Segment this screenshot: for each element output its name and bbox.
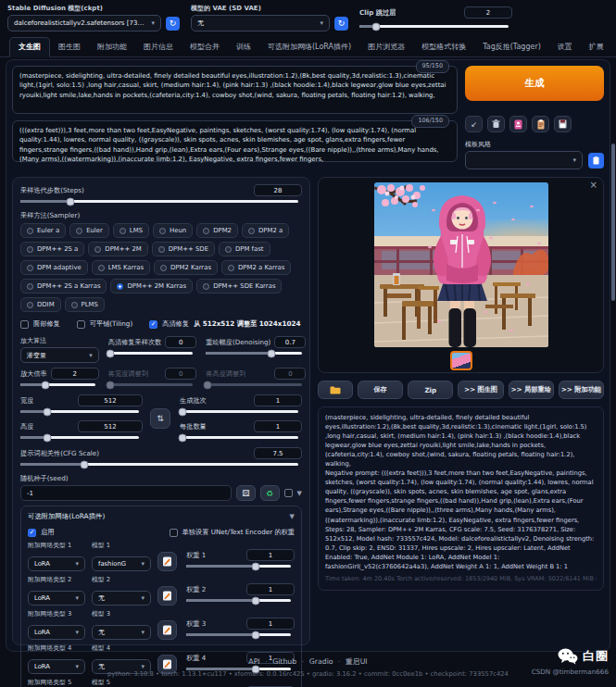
extra-networks-button[interactable] [509, 116, 527, 132]
footer-link-restart-ui[interactable]: 重启UI [346, 657, 368, 666]
send-to-extras-button[interactable]: >> 附加功能 [559, 381, 604, 399]
styles-select[interactable]: ▾ [465, 151, 583, 169]
model-checkpoint-select[interactable]: dalceforealistictallyv2.safetensors [733… [7, 15, 161, 31]
open-folder-button[interactable] [318, 381, 353, 399]
tab-extras[interactable]: 附加功能 [89, 38, 135, 56]
batch-size-slider[interactable] [180, 436, 298, 439]
read-params-button[interactable]: ↙ [465, 116, 483, 132]
lora-weight-input[interactable]: 1 [246, 618, 295, 630]
lora-weight-slider[interactable] [186, 599, 291, 602]
sampler-option[interactable]: DPM2 Karras [154, 260, 218, 275]
tab-image-browser[interactable]: 图片浏览器 [359, 38, 413, 56]
sampler-option[interactable]: Euler a [20, 223, 66, 238]
cfg-slider[interactable] [20, 463, 298, 466]
width-input[interactable]: 512 [78, 394, 143, 406]
prompt-textarea[interactable]: 95/150 (masterpiece, sidelighting, ultra… [12, 66, 458, 114]
lora-type-select[interactable]: LoRA▾ [28, 556, 85, 571]
resize-width-slider[interactable] [108, 383, 194, 386]
footer-link-github[interactable]: Github [272, 657, 296, 666]
sampler-option[interactable]: Heun [153, 223, 193, 238]
tab-extensions[interactable]: 扩展 [581, 38, 612, 56]
refresh-vae-button[interactable]: ↻ [334, 17, 348, 31]
lora-model-info-button[interactable] [157, 552, 177, 571]
generate-button[interactable]: 生成 [465, 66, 604, 101]
tab-txt2img[interactable]: 文生图 [9, 37, 50, 57]
clear-prompt-button[interactable] [487, 116, 505, 132]
sampler-option[interactable]: DPM++ SDE [152, 242, 215, 256]
lora-type-select[interactable]: LoRA▾ [28, 591, 85, 606]
send-to-inpaint-button[interactable]: >> 局部重绘 [509, 381, 554, 399]
sampler-option[interactable]: DDIM [20, 297, 61, 312]
sampler-option[interactable]: DPM fast [219, 242, 270, 256]
lora-model-select[interactable]: fashionG▾ [92, 556, 151, 571]
negative-prompt-textarea[interactable]: 106/150 (((extra feet))),3 feet,more tha… [12, 120, 458, 162]
steps-input[interactable]: 28 [254, 184, 302, 196]
lora-weight-slider[interactable] [186, 633, 291, 636]
tab-tagger[interactable]: Tag反推(Tagger) [474, 38, 549, 56]
upscale-by-input[interactable]: 2 [51, 368, 99, 380]
lora-weight-slider[interactable] [186, 565, 291, 568]
batch-count-slider[interactable] [180, 410, 298, 413]
cfg-input[interactable]: 7.5 [254, 447, 302, 459]
footer-link-gradio[interactable]: Gradio [309, 657, 333, 666]
sampler-option-selected[interactable]: DPM++ 2M Karras [110, 279, 193, 294]
apply-style-button[interactable] [532, 116, 549, 132]
sampler-option[interactable]: DPM2 a Karras [221, 260, 291, 275]
footer-link-api[interactable]: API [248, 657, 259, 666]
resize-height-slider[interactable] [206, 383, 302, 386]
tab-train[interactable]: 训练 [228, 38, 259, 56]
tab-settings[interactable]: 设置 [549, 38, 581, 56]
tab-additional-networks[interactable]: 可选附加网络(LoRA插件) [259, 38, 359, 56]
gallery-thumbnail-1[interactable] [450, 351, 472, 370]
refresh-checkpoints-button[interactable]: ↻ [166, 17, 180, 31]
tiling-checkbox[interactable] [77, 320, 85, 329]
resize-width-input[interactable]: 0 [165, 368, 196, 380]
generated-image[interactable] [374, 182, 548, 347]
lora-model-select[interactable]: 无▾ [92, 625, 151, 640]
sampler-option[interactable]: Euler [69, 223, 109, 238]
sampler-option[interactable]: LMS [113, 223, 149, 238]
tab-model-converter[interactable]: 模型格式转换 [413, 38, 474, 56]
send-to-img2img-button[interactable]: >> 图生图 [458, 381, 503, 399]
swap-dimensions-button[interactable]: ⇅ [150, 408, 170, 429]
sampler-option[interactable]: DPM2 a [242, 223, 289, 238]
denoising-slider[interactable] [206, 352, 302, 355]
sampler-option[interactable]: DPM2 [196, 223, 238, 238]
hires-steps-input[interactable]: 0 [165, 336, 196, 348]
clip-skip-input[interactable]: 2 [464, 6, 512, 19]
sampler-option[interactable]: LMS Karras [92, 260, 150, 275]
reuse-seed-button[interactable]: ♻ [260, 485, 280, 501]
sampler-option[interactable]: DPM++ 2M [88, 242, 147, 256]
clip-skip-slider[interactable] [359, 25, 509, 28]
height-slider[interactable] [20, 436, 139, 439]
lora-weight-input[interactable]: 1 [246, 549, 295, 561]
tab-png-info[interactable]: 图片信息 [135, 38, 182, 56]
lora-weight-input[interactable]: 1 [246, 583, 295, 595]
close-icon[interactable]: × [590, 180, 597, 190]
zip-button[interactable]: Zip [408, 381, 453, 399]
page-scrollbar[interactable] [611, 144, 615, 301]
resize-height-input[interactable]: 0 [274, 368, 306, 380]
batch-count-input[interactable]: 1 [254, 394, 302, 406]
batch-size-input[interactable]: 1 [254, 420, 302, 432]
save-button[interactable]: 保存 [358, 381, 403, 399]
sampler-option[interactable]: DPM adaptive [20, 260, 88, 275]
steps-slider[interactable] [20, 200, 298, 203]
sampler-option[interactable]: DPM++ SDE Karras [196, 279, 282, 294]
width-slider[interactable] [20, 410, 139, 413]
sampler-option[interactable]: DPM++ 2S a [20, 242, 84, 256]
restore-faces-checkbox[interactable] [20, 320, 29, 329]
addnet-enable-checkbox[interactable]: ✓ [28, 529, 36, 537]
lora-model-info-button[interactable] [157, 586, 177, 606]
vae-select[interactable]: 无 ▾ [191, 15, 330, 31]
upscale-by-slider[interactable] [20, 383, 95, 386]
lora-model-select[interactable]: 无▾ [92, 591, 151, 606]
lora-model-info-button[interactable] [157, 620, 177, 640]
tab-img2img[interactable]: 图生图 [50, 38, 89, 56]
upscaler-select[interactable]: 潜变量 ▾ [20, 347, 99, 363]
extra-seed-checkbox[interactable] [284, 489, 293, 497]
hires-fix-checkbox[interactable]: ✓ [149, 320, 157, 329]
save-style-button[interactable] [554, 116, 572, 132]
denoising-input[interactable]: 0.7 [274, 336, 306, 348]
sampler-option[interactable]: DPM++ 2S a Karras [20, 279, 107, 294]
